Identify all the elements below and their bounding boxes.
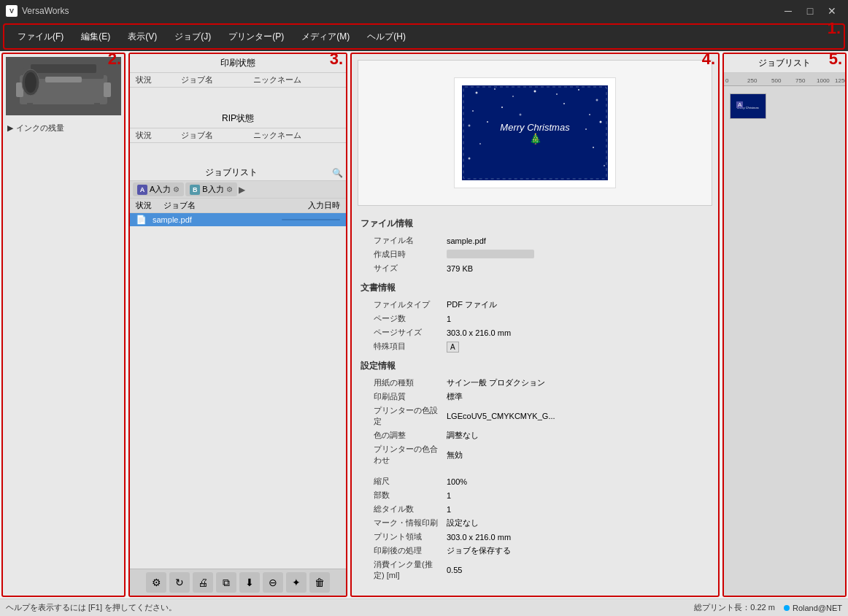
preview-area: Merry Christmas 🎄 [358,60,712,206]
tab-b-input[interactable]: B B入力 ⚙ [185,182,236,196]
field-label: プリンターの色合わせ [362,443,442,466]
panel2-printer: 2. ▶ インクの残量 [1,53,126,597]
svg-rect-4 [31,64,96,73]
tab-a-gear-icon[interactable]: ⚙ [173,185,180,193]
settings-button[interactable]: ⚙ [146,572,166,593]
panel4-preview: 4. [350,53,720,597]
svg-point-21 [589,114,590,115]
job-date [282,219,340,220]
job-name: sample.pdf [153,215,276,224]
table-row: 総タイル数 1 [362,503,708,515]
ruler-mark-750: 750 [795,77,805,84]
preview-item-label: A [736,101,743,108]
svg-point-18 [501,107,503,108]
field-value: sample.pdf [444,234,708,247]
field-value: 303.0 x 216.0 mm [444,531,708,543]
job-col-date: 入力日時 [282,200,340,211]
field-value: ジョブを保存する [444,544,708,557]
ruler-mark-0: 0 [725,77,728,84]
table-row: マーク・情報印刷 設定なし [362,517,708,529]
job-col-name: ジョブ名 [163,200,276,211]
field-label: サイズ [362,262,442,274]
print-col-status: 状況 [130,73,175,88]
svg-point-14 [556,93,558,95]
titlebar-left: V VersaWorks [6,5,69,17]
table-row: 縮尺 100% [362,475,708,488]
table-row: サイズ 379 KB [362,262,708,274]
field-label: ページサイズ [362,326,442,339]
job-list: 📄 sample.pdf [130,213,346,569]
rip-status-header: RIP状態 [130,109,346,128]
rip-col-status: 状況 [130,128,175,143]
panel5-header: ジョブリスト [724,54,845,73]
section1-number: 1. [828,20,841,36]
roland-badge: Roland@NET [784,604,842,612]
pause-button[interactable]: ⊖ [263,572,283,593]
menu-file[interactable]: ファイル(F) [10,28,71,46]
ink-toggle[interactable]: ▶ インクの残量 [7,123,120,134]
menubar: ファイル(F) 編集(E) 表示(V) ジョブ(J) プリンター(P) メディア… [3,23,845,50]
menu-edit[interactable]: 編集(E) [74,28,117,46]
menu-job[interactable]: ジョブ(J) [167,28,218,46]
print-status-table: 状況 ジョブ名 ニックネーム [130,73,346,88]
print-button[interactable]: 🖨 [193,572,213,593]
file-info-section: ファイル情報 ファイル名 sample.pdf 作成日時 サイズ 37 [352,212,718,595]
field-label: 色の調整 [362,429,442,442]
svg-point-11 [494,88,496,90]
search-icon[interactable]: 🔍 [332,168,343,178]
field-label: ファイル名 [362,234,442,247]
section3-number: 3. [330,51,343,67]
rip-col-nick: ニックネーム [247,128,346,143]
table-row: プリンターの色合わせ 無効 [362,443,708,466]
section2-number: 2. [108,51,121,67]
ink-section: ▶ インクの残量 [3,118,124,138]
delete-button[interactable]: 🗑 [309,572,330,593]
svg-rect-2 [104,82,111,97]
process-button[interactable]: ✦ [286,572,307,593]
job-toolbar: ⚙ ↻ 🖨 ⧉ ⬇ ⊖ ✦ 🗑 [130,569,346,596]
field-value: 1 [444,503,708,515]
total-print-label: 総プリント長：0.22 m [694,602,775,613]
titlebar-controls: ─ □ ✕ [778,4,842,18]
preview-item: Merry Christmas A [730,93,766,119]
menu-view[interactable]: 表示(V) [120,28,164,46]
setting-info-group: 設定情報 用紙の種類 サイン一般 プロダクション 印刷品質 標準 プリンターの色… [361,360,709,468]
field-label: プリント領域 [362,531,442,543]
field-value: 1 [444,312,708,325]
menu-help[interactable]: ヘルプ(H) [360,28,413,46]
svg-point-16 [596,99,598,101]
setting-info2-group: 縮尺 100% 部数 1 総タイル数 1 マーク・情報印刷 設定なし [361,474,709,583]
field-value: 303.0 x 216.0 mm [444,326,708,339]
tab-play-icon[interactable]: ▶ [239,185,245,195]
field-label: 縮尺 [362,475,442,488]
field-value: 0.55 [444,558,708,582]
download-button[interactable]: ⬇ [239,572,260,593]
svg-point-15 [578,89,579,91]
roland-label: Roland@NET [793,604,842,612]
setting-info-table: 用紙の種類 サイン一般 プロダクション 印刷品質 標準 プリンターの色設定 LG… [361,375,709,468]
field-value: 無効 [444,443,708,466]
menu-media[interactable]: メディア(M) [294,28,357,46]
maximize-button[interactable]: □ [800,4,820,18]
minimize-button[interactable]: ─ [778,4,798,18]
table-row: 印刷品質 標準 [362,390,708,403]
refresh-button[interactable]: ↻ [169,572,190,593]
file-info-group: ファイル情報 ファイル名 sample.pdf 作成日時 サイズ 37 [361,217,709,276]
svg-rect-8 [27,103,33,112]
table-row: ページサイズ 303.0 x 216.0 mm [362,326,708,339]
svg-point-13 [534,91,536,93]
tab-b-gear-icon[interactable]: ⚙ [226,185,233,193]
tab-a-input[interactable]: A A入力 ⚙ [133,182,184,196]
chevron-right-icon: ▶ [7,123,13,133]
menu-printer[interactable]: プリンター(P) [221,28,291,46]
app-title: VersaWorks [22,6,69,16]
copy-button[interactable]: ⧉ [216,572,236,593]
table-row: 部数 1 [362,489,708,501]
close-button[interactable]: ✕ [822,4,842,18]
setting-info2-table: 縮尺 100% 部数 1 総タイル数 1 マーク・情報印刷 設定なし [361,474,709,583]
file-info-title: ファイル情報 [361,217,709,230]
ruler-mark-1000: 1000 [817,77,830,84]
svg-point-10 [476,92,478,94]
field-label: 印刷品質 [362,390,442,403]
job-row[interactable]: 📄 sample.pdf [130,213,346,226]
